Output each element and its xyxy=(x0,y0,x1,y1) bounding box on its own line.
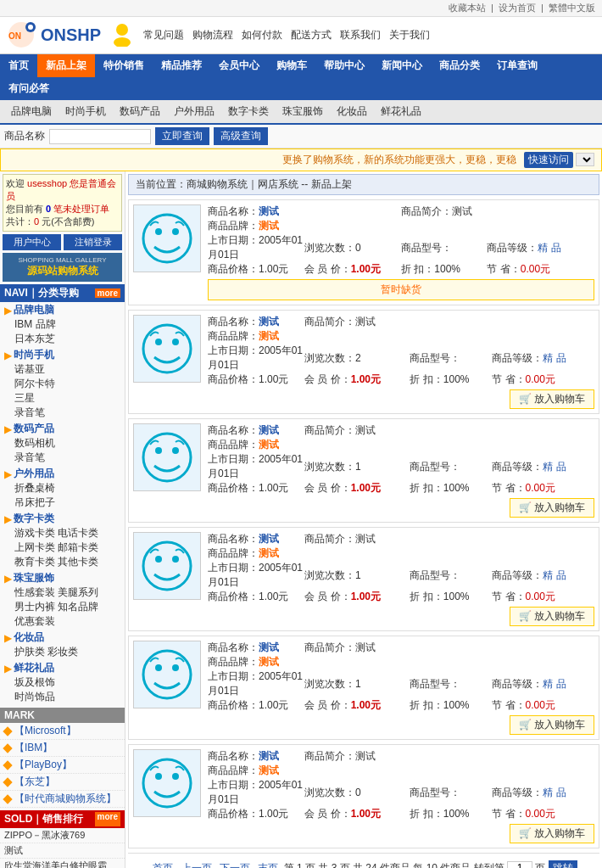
product-img-1[interactable] xyxy=(133,204,201,272)
subnav-pc[interactable]: 品牌电脑 xyxy=(4,103,59,120)
subnav-card[interactable]: 数字卡类 xyxy=(221,103,276,120)
cat-card-phone[interactable]: 电话卡类 xyxy=(58,526,98,540)
nav-help[interactable]: 帮助中心 xyxy=(315,54,373,77)
product-name-2[interactable]: 测试 xyxy=(259,316,279,328)
cat-jewelry-brand[interactable]: 知名品牌 xyxy=(58,600,98,614)
product-img-4[interactable] xyxy=(133,532,201,600)
product-brand-2[interactable]: 测试 xyxy=(259,330,279,342)
cat-card-net[interactable]: 上网卡类 xyxy=(14,540,55,555)
sold-item-3[interactable]: 欣生堂海洋美白修护眼霜 xyxy=(0,859,125,868)
mark-toshiba[interactable]: 【东芝】 xyxy=(14,775,55,789)
page-last[interactable]: 末页 xyxy=(258,862,278,868)
page-jump-button[interactable]: 跳转 xyxy=(549,860,577,868)
product-brand-6[interactable]: 测试 xyxy=(259,764,279,776)
cat-card-edu[interactable]: 教育卡类 xyxy=(14,555,55,569)
cat-phone-nokia[interactable]: 诺基亚 xyxy=(14,362,120,377)
cat-flowers-title[interactable]: 鲜花礼品 xyxy=(14,661,54,675)
quick-access-link[interactable]: 快速访问 xyxy=(524,152,573,168)
page-first[interactable]: 首页 xyxy=(153,862,173,868)
cat-phone-title[interactable]: 时尚手机 xyxy=(14,348,54,362)
add-to-cart-2[interactable]: 🛒 放入购物车 xyxy=(510,389,594,409)
subnav-phone[interactable]: 时尚手机 xyxy=(59,103,113,120)
add-to-cart-3[interactable]: 🛒 放入购物车 xyxy=(510,498,594,518)
nav-qa[interactable]: 有问必答 xyxy=(0,77,58,100)
add-to-cart-4[interactable]: 🛒 放入购物车 xyxy=(510,607,594,626)
nav-news[interactable]: 新闻中心 xyxy=(373,54,431,77)
cat-pc-toshiba[interactable]: 日本东芝 xyxy=(14,332,120,346)
cat-card-title[interactable]: 数字卡类 xyxy=(14,512,54,526)
mark-system[interactable]: 【时代商城购物系统】 xyxy=(14,792,116,806)
cat-cosmetics-makeup[interactable]: 彩妆类 xyxy=(47,645,78,659)
header-link-delivery[interactable]: 配送方式 xyxy=(291,28,332,42)
logout-button[interactable]: 注销登录 xyxy=(64,234,122,250)
page-prev[interactable]: 上一页 xyxy=(181,862,212,868)
cat-card-game[interactable]: 游戏卡类 xyxy=(14,526,55,540)
product-img-3[interactable] xyxy=(133,423,201,491)
nav-new[interactable]: 新品上架 xyxy=(37,54,95,77)
product-img-2[interactable] xyxy=(133,315,201,383)
page-jump-input[interactable] xyxy=(507,861,532,868)
cat-digital-cam[interactable]: 数码相机 xyxy=(14,436,120,451)
nav-category[interactable]: 商品分类 xyxy=(431,54,488,77)
product-img-5[interactable] xyxy=(133,641,201,708)
page-next[interactable]: 下一页 xyxy=(220,862,250,868)
cat-outdoor-table[interactable]: 折叠桌椅 xyxy=(14,481,120,496)
cat-cosmetics-title[interactable]: 化妆品 xyxy=(14,630,44,645)
top-link-home[interactable]: 设为首页 xyxy=(499,3,536,13)
cat-card-mail[interactable]: 邮箱卡类 xyxy=(58,540,98,555)
advanced-search-button[interactable]: 高级查询 xyxy=(214,127,268,145)
cat-outdoor-hammock[interactable]: 吊床把子 xyxy=(14,496,120,510)
cat-phone-samsung[interactable]: 三星 xyxy=(14,391,120,406)
subnav-digital[interactable]: 数码产品 xyxy=(113,103,167,120)
subnav-jewelry[interactable]: 珠宝服饰 xyxy=(276,103,330,120)
nav-featured[interactable]: 精品推荐 xyxy=(153,54,210,77)
subnav-flowers[interactable]: 鲜花礼品 xyxy=(374,103,428,120)
product-name-6[interactable]: 测试 xyxy=(259,750,279,762)
cat-outdoor-title[interactable]: 户外用品 xyxy=(14,467,54,481)
cat-phone-recorder[interactable]: 录音笔 xyxy=(14,406,120,420)
nav-sale[interactable]: 特价销售 xyxy=(95,54,153,77)
subnav-cosmetics[interactable]: 化妆品 xyxy=(330,103,374,120)
top-link-traditional[interactable]: 繁體中文版 xyxy=(549,3,595,13)
top-link-collect[interactable]: 收藏本站 xyxy=(449,3,486,13)
cat-jewelry-set[interactable]: 优惠套装 xyxy=(14,614,120,629)
mark-ibm[interactable]: 【IBM】 xyxy=(14,741,53,755)
product-brand-5[interactable]: 测试 xyxy=(259,656,279,668)
nav-home[interactable]: 首页 xyxy=(0,54,37,77)
user-center-button[interactable]: 用户中心 xyxy=(3,234,61,250)
cat-card-other[interactable]: 其他卡类 xyxy=(58,555,98,569)
cat-jewelry-sexy[interactable]: 性感套装 xyxy=(14,585,55,600)
product-brand-3[interactable]: 测试 xyxy=(259,439,279,451)
mark-playboy[interactable]: 【PlayBoy】 xyxy=(14,758,72,772)
more-button[interactable]: more xyxy=(95,288,120,298)
header-link-pay[interactable]: 如何付款 xyxy=(242,28,282,42)
cat-pc-title[interactable]: 品牌电脑 xyxy=(14,303,54,317)
username-link[interactable]: usesshop xyxy=(27,178,67,188)
nav-cart[interactable]: 购物车 xyxy=(268,54,315,77)
search-button[interactable]: 立即查询 xyxy=(155,127,209,145)
add-to-cart-5[interactable]: 🛒 放入购物车 xyxy=(510,715,594,735)
product-brand-1[interactable]: 测试 xyxy=(259,220,279,232)
cat-jewelry-leg[interactable]: 美腿系列 xyxy=(58,585,98,600)
sold-item-2[interactable]: 测试 xyxy=(0,843,125,859)
cat-digital-title[interactable]: 数码产品 xyxy=(14,422,54,436)
cat-phone-alcatel[interactable]: 阿尔卡特 xyxy=(14,377,120,391)
header-link-process[interactable]: 购物流程 xyxy=(192,28,233,42)
cat-jewelry-men[interactable]: 男士内裤 xyxy=(14,600,55,614)
nav-order[interactable]: 订单查询 xyxy=(488,54,546,77)
nav-member[interactable]: 会员中心 xyxy=(210,54,268,77)
subnav-outdoor[interactable]: 户外用品 xyxy=(167,103,221,120)
cat-flowers-fashion[interactable]: 时尚饰品 xyxy=(14,690,120,704)
product-name-1[interactable]: 测试 xyxy=(259,205,279,217)
cat-pc-ibm[interactable]: IBM 品牌 xyxy=(14,317,120,332)
header-link-faq[interactable]: 常见问题 xyxy=(143,28,184,42)
order-link[interactable]: 笔未处理订单 xyxy=(53,204,109,214)
header-link-about[interactable]: 关于我们 xyxy=(389,28,430,42)
header-link-contact[interactable]: 联系我们 xyxy=(340,28,381,42)
add-to-cart-6[interactable]: 🛒 放入购物车 xyxy=(510,824,594,843)
search-input[interactable] xyxy=(49,129,151,144)
product-name-5[interactable]: 测试 xyxy=(259,641,279,653)
sold-more[interactable]: more xyxy=(95,812,120,826)
sold-item-1[interactable]: ZIPPO－黑冰液769 xyxy=(0,828,125,843)
quick-access-dropdown[interactable] xyxy=(576,153,594,166)
